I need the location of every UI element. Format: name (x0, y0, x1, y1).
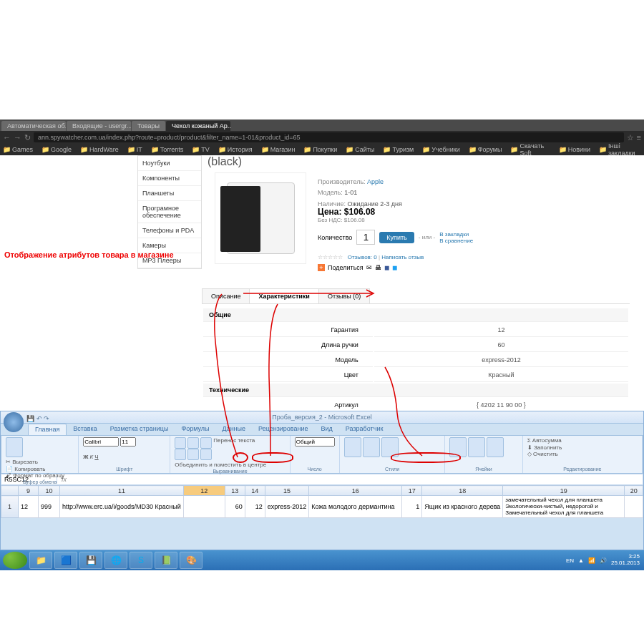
paste-icon[interactable] (6, 437, 23, 457)
tab-specifications[interactable]: Характеристики (249, 288, 318, 303)
reload-icon[interactable]: ↻ (24, 133, 31, 142)
star-icon[interactable]: ☆ (627, 133, 634, 142)
reviews-link[interactable]: Отзывов: 0 (348, 254, 377, 260)
office-button[interactable] (4, 412, 24, 432)
start-button[interactable] (3, 552, 27, 569)
compare-link[interactable]: В сравнение (439, 238, 473, 244)
number-format[interactable] (295, 437, 335, 447)
network-icon[interactable]: 📶 (588, 557, 595, 564)
sidebar-item[interactable]: Компоненты (138, 171, 201, 186)
align-icon[interactable] (175, 437, 186, 449)
bookmark-folder[interactable]: 📁 Google (42, 146, 72, 153)
delete-icon[interactable] (468, 437, 485, 457)
cond-format-icon[interactable] (344, 437, 361, 457)
ribbon-tab[interactable]: Данные (216, 424, 253, 435)
bookmark-folder[interactable]: 📁 Туризм (383, 146, 414, 153)
ribbon-tab[interactable]: Формулы (175, 424, 215, 435)
italic-icon[interactable]: К (90, 454, 94, 460)
bookmark-folder[interactable]: 📁 Games (3, 146, 33, 153)
taskbar-excel-icon[interactable]: 📗 (155, 552, 177, 569)
forward-icon[interactable]: → (14, 133, 21, 142)
sidebar-item[interactable]: Програмное обеспечение (138, 201, 201, 223)
bookmark-folder[interactable]: 📁 Сайты (346, 146, 374, 153)
system-tray[interactable]: EN ▲ 📶 🔊 3:2525.01.2013 (566, 554, 640, 567)
bookmark-folder[interactable]: 📁 Новини (559, 146, 590, 153)
bookmark-folder[interactable]: 📁 Torrents (151, 146, 184, 153)
autosum-button[interactable]: Σ Автосумма (527, 437, 638, 444)
bold-icon[interactable]: Ж (83, 454, 88, 460)
bookmark-folder[interactable]: 📁 Форумы (469, 146, 502, 153)
bookmark-folder[interactable]: 📁 TV (192, 146, 210, 153)
bookmark-folder[interactable]: 📁 Магазин (261, 146, 296, 153)
qty-input[interactable] (356, 230, 375, 245)
bookmark-folder[interactable]: 📁 Учебники (422, 146, 459, 153)
sidebar-item[interactable]: Ноутбуки (138, 156, 201, 171)
volume-icon[interactable]: 🔊 (600, 557, 607, 564)
align-icon[interactable] (187, 449, 199, 460)
ribbon-tab-home[interactable]: Главная (28, 424, 67, 435)
browser-tab[interactable]: Автоматическая об... (1, 121, 66, 131)
print-icon[interactable]: 🖶 (375, 264, 381, 271)
merge-button[interactable]: Объединить и поместить в центре (175, 462, 266, 469)
clear-button[interactable]: ◇ Очистить (527, 451, 638, 458)
ribbon-tab[interactable]: Вид (315, 424, 339, 435)
sidebar-item[interactable]: Телефоны и PDA (138, 223, 201, 238)
ribbon-tab[interactable]: Рецензирование (252, 424, 315, 435)
align-icon[interactable] (200, 449, 212, 460)
sidebar-item[interactable]: Планшеты (138, 186, 201, 201)
ribbon-tab[interactable]: Разметка страницы (104, 424, 175, 435)
bookmark-folder[interactable]: 📁 IT (127, 146, 142, 153)
underline-icon[interactable]: Ч (94, 454, 98, 460)
sidebar-item[interactable]: Камеры (138, 238, 201, 253)
wrap-text-button[interactable]: Перенос текста (213, 437, 255, 444)
taskbar-explorer-icon[interactable]: 📁 (29, 552, 52, 569)
mail-icon[interactable]: ✉ (366, 264, 372, 271)
sidebar-item[interactable]: MP3 Плееры (138, 253, 201, 268)
ribbon-tab[interactable]: Разработчик (339, 424, 389, 435)
back-icon[interactable]: ← (3, 133, 11, 142)
align-icon[interactable] (187, 437, 199, 449)
url-field[interactable]: ann.spywatcher.com.ua/index.php?route=pr… (34, 132, 624, 142)
taskbar-app-icon[interactable]: 💾 (79, 552, 102, 569)
lang-indicator[interactable]: EN (566, 557, 574, 564)
tab-description[interactable]: Описание (202, 288, 250, 303)
ribbon-tab[interactable]: Вставка (67, 424, 103, 435)
font-select[interactable] (83, 437, 119, 447)
manufacturer-link[interactable]: Apple (367, 178, 384, 185)
browser-tab-active[interactable]: Чехол кожаный Ap... (166, 121, 230, 131)
spreadsheet-grid[interactable]: 91011121314151617181920 1 12999 http://w… (1, 485, 643, 518)
wrench-icon[interactable]: ≡ (637, 133, 641, 142)
twitter-icon[interactable]: ◼ (392, 264, 397, 271)
browser-tab[interactable]: Входящие - usergr... (67, 121, 131, 131)
tray-icon[interactable]: ▲ (578, 557, 584, 564)
browser-tab[interactable]: Товары (132, 121, 165, 131)
align-icon[interactable] (175, 449, 186, 460)
align-icon[interactable] (200, 437, 212, 449)
bookmark-folder[interactable]: 📁 Скачать Soft (510, 142, 550, 157)
taskbar-paint-icon[interactable]: 🎨 (180, 552, 203, 569)
copy-button[interactable]: 📄 Копировать (6, 466, 64, 473)
bookmark-folder[interactable]: 📁 HardWare (80, 146, 119, 153)
format-painter-button[interactable]: 🖌 Формат по образцу (6, 472, 64, 479)
format-icon[interactable] (487, 437, 504, 457)
other-bookmarks[interactable]: 📁 Інші закладки (599, 142, 641, 157)
share-icon[interactable]: + (318, 264, 325, 271)
clock[interactable]: 3:2525.01.2013 (611, 554, 640, 567)
quick-access-toolbar[interactable]: 💾 ↶ ↷ (26, 413, 49, 425)
cell-styles-icon[interactable] (381, 437, 399, 457)
bookmark-folder[interactable]: 📁 Покупки (303, 146, 337, 153)
taskbar-app-icon[interactable]: 🟦 (54, 552, 77, 569)
insert-icon[interactable] (449, 437, 467, 457)
taskbar-chrome-icon[interactable]: 🌐 (104, 552, 127, 569)
tab-reviews[interactable]: Отзывы (0) (318, 288, 370, 303)
wishlist-link[interactable]: В закладки (439, 231, 473, 238)
font-size[interactable] (120, 437, 136, 447)
table-row[interactable]: 1 12999 http://www.erc.ua/i/goods/MD30 К… (1, 496, 643, 518)
facebook-icon[interactable]: ◼ (384, 264, 389, 271)
buy-button[interactable]: Купить (379, 232, 414, 243)
fill-button[interactable]: ⬇ Заполнить (527, 444, 638, 452)
product-image[interactable] (215, 172, 306, 264)
format-table-icon[interactable] (363, 437, 380, 457)
cut-button[interactable]: ✂ Вырезать (6, 459, 64, 466)
write-review-link[interactable]: Написать отзыв (381, 254, 424, 260)
